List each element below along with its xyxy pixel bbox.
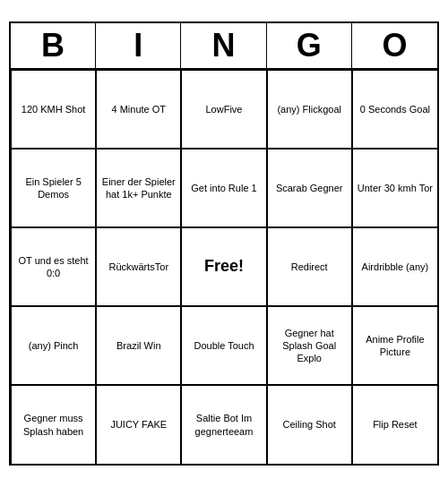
bingo-cell-7: Get into Rule 1 <box>181 149 266 227</box>
bingo-board: BINGO 120 KMH Shot4 Minute OTLowFive(any… <box>9 21 439 466</box>
bingo-cell-15: (any) Pinch <box>11 306 96 385</box>
bingo-cell-8: Scarab Gegner <box>267 149 352 227</box>
bingo-cell-16: Brazil Win <box>96 306 181 385</box>
bingo-cell-6: Einer der Spieler hat 1k+ Punkte <box>96 149 181 227</box>
bingo-cell-4: 0 Seconds Goal <box>352 70 437 149</box>
bingo-cell-10: OT und es steht 0:0 <box>11 227 96 306</box>
header-letter-n: N <box>181 23 266 68</box>
bingo-cell-3: (any) Flickgoal <box>267 70 352 149</box>
bingo-cell-14: Airdribble (any) <box>352 227 437 306</box>
bingo-cell-1: 4 Minute OT <box>96 70 181 149</box>
bingo-cell-11: RückwärtsTor <box>96 227 181 306</box>
bingo-cell-18: Gegner hat Splash Goal Explo <box>267 306 352 385</box>
bingo-cell-24: Flip Reset <box>352 385 437 464</box>
header-letter-o: O <box>352 23 437 68</box>
bingo-cell-0: 120 KMH Shot <box>11 70 96 149</box>
header-letter-g: G <box>267 23 352 68</box>
bingo-cell-2: LowFive <box>181 70 266 149</box>
bingo-cell-21: JUICY FAKE <box>96 385 181 464</box>
bingo-cell-13: Redirect <box>267 227 352 306</box>
bingo-cell-12: Free! <box>181 227 266 306</box>
bingo-cell-23: Ceiling Shot <box>267 385 352 464</box>
bingo-cell-22: Saltie Bot Im gegnerteeam <box>181 385 266 464</box>
bingo-cell-19: Anime Profile Picture <box>352 306 437 385</box>
bingo-cell-20: Gegner muss Splash haben <box>11 385 96 464</box>
header-letter-i: I <box>96 23 181 68</box>
header-letter-b: B <box>11 23 96 68</box>
bingo-grid: 120 KMH Shot4 Minute OTLowFive(any) Flic… <box>11 70 437 464</box>
bingo-cell-5: Ein Spieler 5 Demos <box>11 149 96 227</box>
bingo-header: BINGO <box>11 23 437 70</box>
bingo-cell-17: Double Touch <box>181 306 266 385</box>
bingo-cell-9: Unter 30 kmh Tor <box>352 149 437 227</box>
